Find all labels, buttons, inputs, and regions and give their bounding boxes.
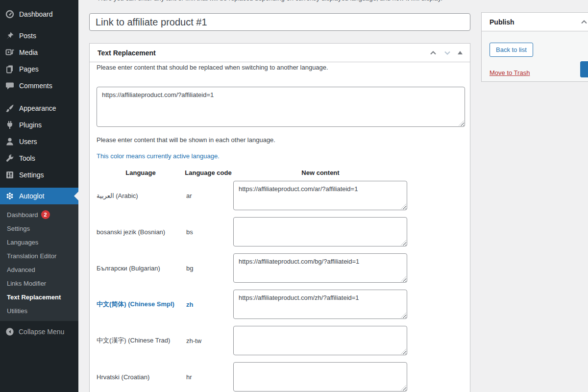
language-row: bosanski jezik (Bosnian) bs [90,217,470,253]
original-content-field: https://affiliateproduct.com/?affiliatei… [97,87,465,127]
language-name-label: Български (Bulgarian) [97,265,160,272]
chevron-up-icon[interactable] [580,18,588,28]
row-content-textarea[interactable] [233,362,407,392]
sidebar-item-label: Settings [19,171,44,179]
sliders-icon [5,170,15,180]
sidebar-submenu-item[interactable]: Text Replacement [0,290,78,304]
sidebar-item-label: Plugins [19,121,42,129]
comment-icon [5,81,15,91]
row-content-textarea[interactable] [233,326,407,355]
submenu-item-label: Translation Editor [7,252,56,260]
language-name-label: Hrvatski (Croatian) [97,373,149,381]
sidebar-submenu-item[interactable]: Settings [0,221,78,235]
pages-icon [5,64,15,74]
publish-metabox: Publish Back to list Move to Trash Publi… [481,12,588,82]
move-up-icon[interactable] [429,49,437,57]
collapse-arrow-icon [5,327,14,336]
submenu-item-label: Advanced [7,266,35,273]
language-code-label: bg [186,265,193,272]
clipped-page-description: Here you can enter any text or link that… [98,0,514,2]
original-content-textarea[interactable]: https://affiliateproduct.com/?affiliatei… [97,87,465,127]
update-count-badge: 2 [41,210,50,219]
move-to-trash-link[interactable]: Move to Trash [490,69,530,76]
language-code-label: zh-tw [186,337,201,344]
column-header-new-content: New content [301,169,339,176]
sidebar-item-users[interactable]: Users [0,133,78,150]
sidebar-submenu-item[interactable]: Languages [0,235,78,249]
language-name-label: العربية (Arabic) [97,192,138,199]
sidebar-submenu-item[interactable]: Dashboard 2 [0,208,78,221]
brush-icon [5,103,15,113]
wrench-icon [5,153,15,163]
active-language-note: This color means currently active langua… [97,152,220,160]
row-content-textarea[interactable]: https://affiliateproduct.com/bg/?affilia… [233,253,407,283]
collapse-menu-label: Collapse Menu [19,328,64,336]
sidebar-item-label: Appearance [19,104,56,112]
help-original-text: Please enter content that should be repl… [97,64,328,71]
sidebar-item-comments[interactable]: Comments [0,77,78,94]
row-content-field [233,217,407,246]
collapse-menu-button[interactable]: Collapse Menu [0,324,78,339]
sidebar-item-dashboard[interactable]: Dashboard [0,6,78,23]
row-content-textarea[interactable]: https://affiliateproduct.com/zh/?affilia… [233,290,407,319]
sidebar-item-label: Media [19,49,38,56]
row-content-field: https://affiliateproduct.com/ar/?affilia… [233,181,407,210]
metabox-controls [429,49,470,57]
text-replacement-metabox: Text Replacement Please enter content th… [89,43,470,392]
row-content-field: https://affiliateproduct.com/zh/?affilia… [233,290,407,319]
sidebar-item-autoglot[interactable]: Autoglot [0,188,78,204]
media-icon [5,48,15,57]
sidebar-item-media[interactable]: Media [0,44,78,61]
sidebar-item-posts[interactable]: Posts [0,27,78,44]
language-name-label: 中文(漢字) (Chinese Trad) [97,336,170,345]
submenu-item-label: Settings [7,225,30,232]
user-icon [5,137,15,147]
sidebar-item-label: Posts [19,32,36,40]
sidebar-item-appearance[interactable]: Appearance [0,100,78,117]
post-title-input[interactable] [89,13,470,31]
autoglot-submenu: Dashboard 2 Settings Languages Translati… [0,204,78,321]
sidebar-submenu-item[interactable]: Utilities [0,304,78,318]
language-row: 中文(漢字) (Chinese Trad) zh-tw [90,326,470,362]
sidebar-item-pages[interactable]: Pages [0,61,78,77]
language-code-label: hr [186,373,192,381]
move-down-icon[interactable] [443,49,451,57]
dashboard-icon [5,9,15,19]
sidebar-submenu-item[interactable]: Links Modifier [0,276,78,290]
language-row: 中文(简体) (Chinese Smpl) zh https://affilia… [90,290,470,326]
help-translations-text: Please enter content that will be shown … [97,136,275,144]
publish-title: Publish [490,18,514,26]
sidebar-item-label: Comments [19,82,52,90]
language-name-label: bosanski jezik (Bosnian) [97,228,165,236]
column-header-language: Language [125,169,155,176]
sidebar-item-label: Users [19,138,37,146]
sidebar-item-label: Pages [19,65,39,73]
toggle-panel-icon[interactable] [458,51,463,54]
sidebar-item-label: Dashboard [19,10,53,18]
language-name-label: 中文(简体) (Chinese Smpl) [97,300,174,309]
publish-header[interactable]: Publish [482,13,588,31]
admin-sidebar: Dashboard Posts Media Pages [0,0,78,392]
row-content-textarea[interactable] [233,217,407,246]
sidebar-item-label: Tools [19,154,35,162]
sidebar-submenu-item[interactable]: Advanced [0,263,78,276]
language-code-label: ar [186,192,192,199]
language-row: Български (Bulgarian) bg https://affilia… [90,253,470,290]
metabox-header[interactable]: Text Replacement [90,44,470,62]
sidebar-item-settings[interactable]: Settings [0,167,78,183]
language-code-label: bs [186,228,193,236]
back-to-list-button[interactable]: Back to list [490,43,533,57]
sidebar-submenu-item[interactable]: Translation Editor [0,249,78,263]
publish-button[interactable]: Publish [580,61,588,77]
row-content-field [233,326,407,355]
sidebar-item-tools[interactable]: Tools [0,150,78,167]
submenu-item-label: Utilities [7,307,27,315]
submenu-item-label: Links Modifier [7,280,46,287]
language-row: Hrvatski (Croatian) hr [90,362,470,392]
submenu-item-label: Languages [7,239,38,246]
row-content-textarea[interactable]: https://affiliateproduct.com/ar/?affilia… [233,181,407,210]
language-row: العربية (Arabic) ar https://affiliatepro… [90,181,470,217]
sidebar-item-plugins[interactable]: Plugins [0,117,78,133]
submenu-item-label: Dashboard [7,211,38,219]
pushpin-icon [5,31,15,41]
